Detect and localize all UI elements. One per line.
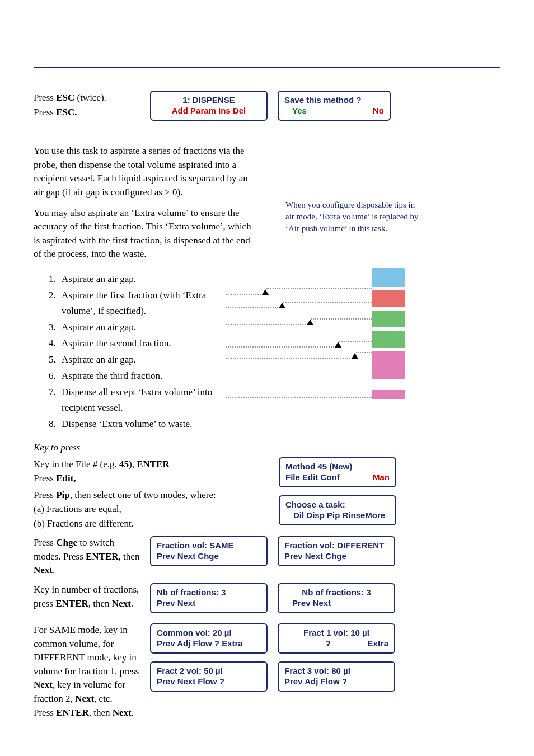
lcd-dispense-line1: 1: DISPENSE <box>157 95 261 105</box>
tube-diagram <box>226 268 416 414</box>
key-mode-a: (a) Fractions are equal, <box>34 502 269 516</box>
lcd-f3-l1: Fract 3 vol: 80 µl <box>284 666 388 675</box>
lcd-f2-l1: Fract 2 vol: 50 µl <box>157 666 261 675</box>
lcd-nfrac-a-l2[interactable]: Prev Next <box>157 598 261 608</box>
seg-fraction-3 <box>372 351 405 379</box>
step-5: Aspirate an air gap. <box>58 352 221 367</box>
esc-once-text: Press ESC. <box>34 105 140 120</box>
lcd-fv-same: Fraction vol: SAME Prev Next Chge <box>150 536 268 566</box>
lcd-method: Method 45 (New) File Edit Conf Man <box>279 457 396 487</box>
lcd-method-l1: Method 45 (New) <box>285 462 390 471</box>
key-to-press: Key to press Key in the File # (e.g. 45)… <box>34 440 500 720</box>
step-8: Dispense ‘Extra volume’ to waste. <box>58 416 221 431</box>
seg-fraction-2b <box>372 331 405 348</box>
lcd-method-l2: File Edit Conf Man <box>285 472 390 482</box>
top-row: Press ESC (twice). Press ESC. 1: DISPENS… <box>34 91 500 121</box>
lcd-save-no[interactable]: No <box>373 106 384 115</box>
lcd-f1-l1: Fract 1 vol: 10 µl <box>284 628 388 637</box>
esc-instructions: Press ESC (twice). Press ESC. <box>34 91 140 119</box>
steps-and-diagram: Aspirate an air gap. Aspirate the first … <box>34 268 500 436</box>
steps-list: Aspirate an air gap. Aspirate the first … <box>34 271 221 433</box>
lcd-nfrac-b: Nb of fractions: 3 Prev Next <box>278 583 395 613</box>
step-4: Aspirate the second fraction. <box>58 336 221 351</box>
seg-fraction-1 <box>372 290 405 307</box>
step-1: Aspirate an air gap. <box>58 271 221 287</box>
lcd-task-l1: Choose a task: <box>285 500 390 509</box>
page: Press ESC (twice). Press ESC. 1: DISPENS… <box>0 0 534 753</box>
seg-airgap-1 <box>372 268 405 287</box>
lcd-common-l1: Common vol: 20 µl <box>157 628 261 637</box>
lcd-common-l2[interactable]: Prev Adj Flow ? Extra <box>157 638 261 648</box>
lcd-f1-q[interactable]: ? <box>326 638 331 648</box>
lcd-nfrac-b-l2[interactable]: Prev Next <box>284 598 388 608</box>
lcd-save-line2: Yes No <box>284 106 384 115</box>
lcd-save: Save this method ? Yes No <box>278 91 391 121</box>
lcd-method-l2-left[interactable]: File Edit Conf <box>285 472 340 482</box>
key-press-pip: Press Pip, then select one of two modes,… <box>34 488 269 503</box>
lcd-fv-same-l1: Fraction vol: SAME <box>157 541 261 550</box>
aside-note: When you configure disposable tips in ai… <box>285 199 420 234</box>
lcd-save-yes[interactable]: Yes <box>284 106 307 115</box>
step-6: Aspirate the third fraction. <box>58 368 221 383</box>
tube <box>372 268 405 414</box>
lcd-f2: Fract 2 vol: 50 µl Prev Next Flow ? <box>150 661 268 692</box>
intro-p1: You use this task to aspirate a series o… <box>34 144 257 200</box>
key-heading: Key to press <box>34 440 500 455</box>
key-press-edit: Press Edit, <box>34 471 269 486</box>
lcd-f3-l2[interactable]: Prev Adj Flow ? <box>284 677 388 686</box>
key-chge: Press Chge to switch modes. Press ENTER,… <box>34 536 140 577</box>
step-3: Aspirate an air gap. <box>58 320 221 335</box>
lcd-dispense: 1: DISPENSE Add Param Ins Del <box>150 91 268 121</box>
lcd-nfrac-a: Nb of fractions: 3 Prev Next <box>150 583 268 613</box>
lcd-f1-l2[interactable]: x ? Extra <box>284 638 388 648</box>
lcd-f3: Fract 3 vol: 80 µl Prev Adj Flow ? <box>278 661 395 692</box>
esc-twice-text: Press ESC (twice). <box>34 91 140 105</box>
key-mode-b: (b) Fractions are different. <box>34 516 269 531</box>
lcd-method-l2-right[interactable]: Man <box>373 472 390 482</box>
key-file-enter: Key in the File # (e.g. 45), ENTER <box>34 457 269 472</box>
lcd-fv-diff-l2[interactable]: Prev Next Chge <box>284 551 388 561</box>
header-rule <box>34 45 500 68</box>
key-same-diff: For SAME mode, key in common volume, for… <box>34 623 140 720</box>
step-7: Dispense all except ‘Extra volume’ into … <box>58 384 221 415</box>
lcd-task-l2[interactable]: Dil Disp Pip RinseMore <box>285 510 390 520</box>
lcd-f1: Fract 1 vol: 10 µl x ? Extra <box>278 623 395 654</box>
lcd-nfrac-b-l1: Nb of fractions: 3 <box>284 588 388 597</box>
lcd-common: Common vol: 20 µl Prev Adj Flow ? Extra <box>150 623 268 654</box>
intro-p2: You may also aspirate an ‘Extra volume’ … <box>34 206 257 262</box>
lcd-choose-task: Choose a task: Dil Disp Pip RinseMore <box>279 495 396 525</box>
lcd-f2-l2[interactable]: Prev Next Flow ? <box>157 677 261 686</box>
lcd-nfrac-a-l1: Nb of fractions: 3 <box>157 588 261 597</box>
lcd-f1-extra[interactable]: Extra <box>367 638 388 648</box>
seg-extra <box>372 390 405 399</box>
seg-fraction-2 <box>372 311 405 327</box>
key-nfrac: Key in number of fractions,press ENTER, … <box>34 583 140 611</box>
intro-block: You use this task to aspirate a series o… <box>34 138 500 268</box>
lcd-fv-diff-l1: Fraction vol: DIFFERENT <box>284 541 388 550</box>
lcd-save-line1: Save this method ? <box>284 95 384 105</box>
step-2: Aspirate the first fraction (with ‘Extra… <box>58 288 221 318</box>
lcd-fv-diff: Fraction vol: DIFFERENT Prev Next Chge <box>278 536 395 566</box>
lcd-dispense-line2: Add Param Ins Del <box>157 106 261 115</box>
lcd-fv-same-l2[interactable]: Prev Next Chge <box>157 551 261 561</box>
